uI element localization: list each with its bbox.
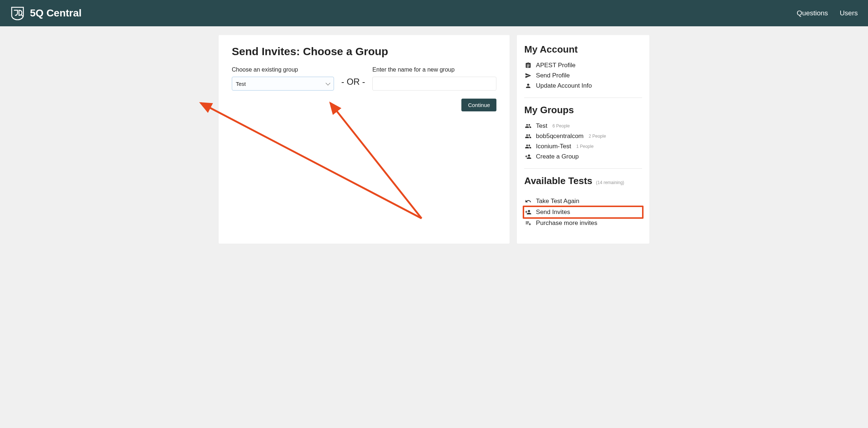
form-row: Choose an existing group Test - OR - Ent… (232, 66, 496, 91)
account-item-send-label: Send Profile (536, 72, 570, 79)
group-item-1[interactable]: bob5qcentralcom 2 People (524, 131, 642, 141)
account-item-profile-label: APEST Profile (536, 62, 575, 69)
person-icon (524, 83, 532, 89)
tests-item-send-label: Send Invites (536, 209, 570, 216)
tests-title: Available Tests (524, 175, 592, 187)
groups-section: My Groups Test 6 People bob5qcentralcom … (524, 104, 642, 162)
person-add-icon (524, 153, 532, 160)
tests-remaining: (14 remaining) (596, 180, 624, 185)
nav-questions[interactable]: Questions (797, 9, 828, 17)
content-container: Send Invites: Choose a Group Choose an e… (215, 35, 653, 244)
invite-icon (524, 209, 532, 215)
tests-item-take[interactable]: Take Test Again (524, 196, 642, 206)
tests-heading: Available Tests (14 remaining) (524, 175, 642, 192)
or-divider: - OR - (341, 77, 365, 87)
header-left: 5Q Central (10, 6, 82, 20)
list-add-icon (524, 220, 532, 226)
continue-row: Continue (232, 99, 496, 111)
account-item-update-label: Update Account Info (536, 82, 592, 89)
group-item-2-meta: 1 People (576, 144, 594, 149)
people-icon (524, 133, 532, 140)
create-group-label: Create a Group (536, 153, 579, 160)
new-group-col: Enter the name for a new group (372, 66, 496, 91)
new-group-input[interactable] (372, 77, 496, 91)
existing-group-col: Choose an existing group Test (232, 66, 334, 91)
undo-icon (524, 198, 532, 205)
account-item-update[interactable]: Update Account Info (524, 81, 642, 91)
existing-group-label: Choose an existing group (232, 66, 334, 73)
new-group-label: Enter the name for a new group (372, 66, 496, 73)
tests-item-take-label: Take Test Again (536, 198, 579, 205)
tests-item-purchase-label: Purchase more invites (536, 219, 597, 227)
groups-title: My Groups (524, 104, 642, 116)
tests-section: Available Tests (14 remaining) Take Test… (524, 175, 642, 228)
people-icon (524, 123, 532, 129)
create-group[interactable]: Create a Group (524, 152, 642, 162)
main-card: Send Invites: Choose a Group Choose an e… (219, 35, 510, 244)
top-header: 5Q Central Questions Users (0, 0, 868, 26)
continue-button[interactable]: Continue (461, 99, 496, 111)
send-icon (524, 72, 532, 79)
brand-name: 5Q Central (30, 7, 82, 19)
divider (524, 98, 642, 98)
account-section: My Account APEST Profile Send Profile (524, 44, 642, 91)
tests-item-purchase[interactable]: Purchase more invites (524, 218, 642, 228)
logo-icon (10, 6, 25, 20)
group-item-0[interactable]: Test 6 People (524, 121, 642, 131)
nav-users[interactable]: Users (840, 9, 858, 17)
people-icon (524, 143, 532, 150)
tests-item-send[interactable]: Send Invites (523, 206, 644, 219)
divider (524, 168, 642, 169)
sidebar: My Account APEST Profile Send Profile (517, 35, 649, 244)
group-item-0-meta: 6 People (553, 123, 570, 129)
existing-group-select-wrap: Test (232, 77, 334, 91)
group-item-0-name: Test (536, 122, 547, 130)
group-item-1-name: bob5qcentralcom (536, 133, 583, 140)
account-item-send[interactable]: Send Profile (524, 70, 642, 81)
account-item-profile[interactable]: APEST Profile (524, 60, 642, 70)
clipboard-icon (524, 62, 532, 69)
header-nav: Questions Users (797, 9, 858, 17)
group-item-2-name: Iconium-Test (536, 143, 571, 150)
svg-line-0 (21, 15, 23, 16)
group-item-2[interactable]: Iconium-Test 1 People (524, 141, 642, 152)
group-item-1-meta: 2 People (589, 134, 606, 139)
existing-group-select[interactable]: Test (232, 77, 334, 91)
page-title: Send Invites: Choose a Group (232, 45, 496, 58)
account-title: My Account (524, 44, 642, 55)
